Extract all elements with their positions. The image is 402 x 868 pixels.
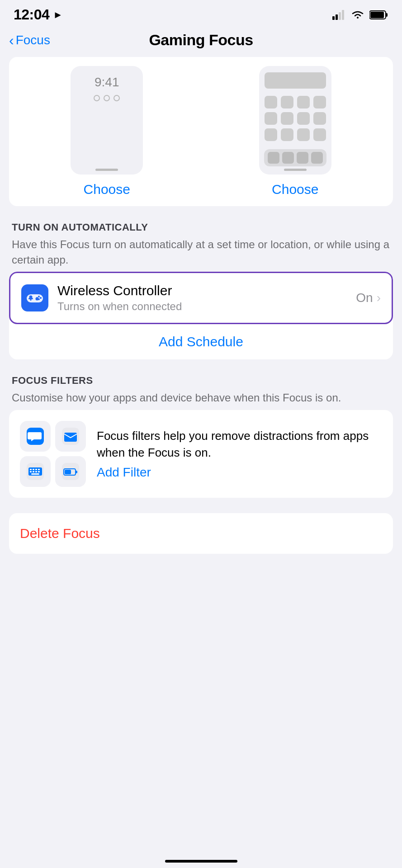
status-bar: 12:04 ► [0, 0, 402, 27]
svg-rect-27 [35, 471, 37, 472]
wireless-icon-wrap [21, 284, 48, 311]
delete-focus-section: Delete Focus [9, 513, 393, 554]
svg-rect-24 [38, 469, 40, 470]
svg-point-12 [38, 296, 40, 297]
phone-home-bar [95, 169, 118, 171]
location-arrow-icon: ► [53, 9, 63, 21]
turn-on-auto-section: TURN ON AUTOMATICALLY Have this Focus tu… [9, 222, 393, 359]
home-top-widget [265, 72, 326, 89]
gamepad-icon [26, 292, 43, 304]
auto-card: Wireless Controller Turns on when connec… [9, 272, 393, 359]
svg-point-15 [36, 297, 38, 299]
phone-home-bar-2 [284, 169, 307, 171]
focus-filters-section: FOCUS FILTERS Customise how your apps an… [9, 375, 393, 498]
home-screen-mockup [259, 66, 331, 175]
add-schedule-row[interactable]: Add Schedule [9, 324, 393, 359]
battery-icon [369, 10, 388, 20]
filters-section-title: FOCUS FILTERS [12, 375, 390, 387]
status-icons [332, 9, 388, 20]
battery-filter-icon [55, 456, 86, 487]
svg-rect-3 [342, 10, 344, 20]
nav-bar: ‹ Focus Gaming Focus [0, 27, 402, 57]
filters-card: Focus filters help you remove distractio… [9, 410, 393, 498]
back-label: Focus [16, 33, 50, 47]
home-dock [264, 149, 326, 166]
wireless-title: Wireless Controller [57, 283, 356, 298]
main-content: 9:41 Choose [0, 57, 402, 554]
lock-dots [94, 95, 120, 101]
auto-section-header: TURN ON AUTOMATICALLY Have this Focus tu… [9, 222, 393, 272]
signal-icon [332, 10, 346, 20]
filter-info: Focus filters help you remove distractio… [97, 428, 382, 480]
filter-icons-grid [20, 421, 86, 487]
home-screen-option: Choose [207, 66, 384, 197]
lock-screen-time: 9:41 [95, 75, 119, 90]
svg-rect-29 [31, 473, 39, 475]
svg-rect-11 [30, 297, 32, 301]
lock-screen-mockup: 9:41 [71, 66, 143, 175]
home-indicator [165, 860, 237, 863]
svg-rect-0 [332, 16, 335, 20]
svg-rect-21 [30, 469, 32, 470]
keyboard-filter-icon [20, 456, 51, 487]
messages-filter-icon [20, 421, 51, 452]
svg-rect-33 [65, 470, 71, 474]
filter-description: Focus filters help you remove distractio… [97, 428, 382, 461]
delete-focus-card[interactable]: Delete Focus [9, 513, 393, 554]
home-screen-grid [265, 96, 326, 141]
back-button[interactable]: ‹ Focus [9, 33, 50, 47]
wireless-info: Wireless Controller Turns on when connec… [57, 283, 356, 313]
wireless-chevron-icon: › [377, 291, 381, 305]
svg-rect-2 [339, 12, 341, 20]
auto-section-title: TURN ON AUTOMATICALLY [12, 222, 390, 233]
svg-rect-5 [386, 13, 388, 17]
wifi-icon [350, 9, 365, 20]
svg-rect-32 [76, 471, 77, 473]
svg-rect-23 [35, 469, 37, 470]
page-title: Gaming Focus [149, 31, 253, 49]
svg-rect-22 [33, 469, 34, 470]
svg-rect-26 [33, 471, 34, 472]
home-screen-choose-button[interactable]: Choose [272, 182, 318, 197]
add-schedule-button[interactable]: Add Schedule [159, 334, 243, 349]
svg-point-14 [38, 298, 40, 300]
status-time: 12:04 [14, 6, 49, 23]
wireless-status-text: On [356, 291, 373, 305]
wireless-subtitle: Turns on when connected [57, 300, 356, 313]
filters-section-header: FOCUS FILTERS Customise how your apps an… [9, 375, 393, 410]
back-chevron-icon: ‹ [9, 33, 14, 47]
svg-point-13 [40, 297, 42, 299]
svg-rect-6 [370, 12, 384, 18]
svg-rect-1 [336, 14, 338, 20]
delete-focus-button[interactable]: Delete Focus [20, 526, 100, 541]
auto-section-desc: Have this Focus turn on automatically at… [12, 237, 390, 267]
wireless-status: On › [356, 291, 381, 305]
screen-customization-card: 9:41 Choose [9, 57, 393, 206]
lock-screen-option: 9:41 Choose [18, 66, 196, 197]
wireless-controller-row[interactable]: Wireless Controller Turns on when connec… [9, 272, 393, 324]
lock-screen-choose-button[interactable]: Choose [84, 182, 130, 197]
mail-filter-icon [55, 421, 86, 452]
add-filter-button[interactable]: Add Filter [97, 465, 151, 480]
filters-section-desc: Customise how your apps and device behav… [12, 390, 390, 406]
svg-rect-25 [30, 471, 32, 472]
svg-rect-28 [38, 471, 40, 472]
